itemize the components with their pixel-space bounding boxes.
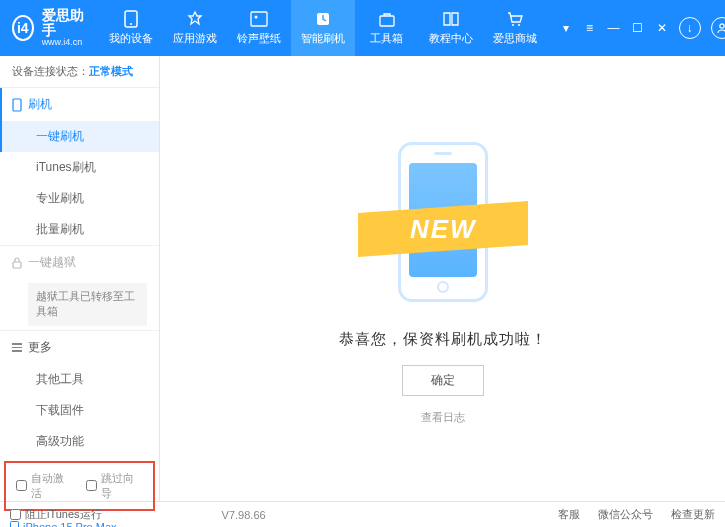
image-icon <box>249 10 269 28</box>
download-button[interactable]: ↓ <box>679 17 701 39</box>
sidebar-jailbreak-note: 越狱工具已转移至工具箱 <box>28 283 147 326</box>
checkbox-skip-guide[interactable]: 跳过向导 <box>86 471 144 501</box>
svg-rect-2 <box>251 12 267 26</box>
options-box: 自动激活 跳过向导 <box>4 461 155 511</box>
ribbon-text: NEW <box>409 214 476 245</box>
user-button[interactable] <box>711 17 725 39</box>
flash-icon <box>313 10 333 28</box>
footer-update[interactable]: 检查更新 <box>671 507 715 522</box>
svg-rect-5 <box>380 16 394 26</box>
book-icon <box>441 10 461 28</box>
sidebar-more-head[interactable]: 更多 <box>0 331 159 364</box>
nav-apps[interactable]: 应用游戏 <box>163 0 227 56</box>
app-logo: i4 爱思助手 www.i4.cn <box>0 8 99 49</box>
minimize-icon[interactable]: — <box>607 21 621 35</box>
nav-store[interactable]: 爱思商城 <box>483 0 547 56</box>
svg-point-6 <box>512 24 514 26</box>
block-itunes-checkbox[interactable]: 阻止iTunes运行 <box>10 507 102 522</box>
nav-label: 应用游戏 <box>173 31 217 46</box>
success-illustration: NEW <box>368 132 518 312</box>
sidebar-flash-head[interactable]: 刷机 <box>0 88 159 121</box>
menu-icon[interactable]: ▾ <box>559 21 573 35</box>
version-text: V7.98.66 <box>222 509 266 521</box>
sidebar-item-itunes[interactable]: iTunes刷机 <box>0 152 159 183</box>
svg-rect-9 <box>13 99 21 111</box>
footer-wechat[interactable]: 微信公众号 <box>598 507 653 522</box>
sidebar-item-batch[interactable]: 批量刷机 <box>0 214 159 245</box>
nav-label: 工具箱 <box>370 31 403 46</box>
sidebar-item-othertools[interactable]: 其他工具 <box>0 364 159 395</box>
app-url: www.i4.cn <box>42 38 87 48</box>
sidebar-jailbreak-head[interactable]: 一键越狱 <box>0 246 159 279</box>
nav-label: 我的设备 <box>109 31 153 46</box>
nav-label: 教程中心 <box>429 31 473 46</box>
nav-label: 铃声壁纸 <box>237 31 281 46</box>
sidebar-item-advanced[interactable]: 高级功能 <box>0 426 159 457</box>
lock-icon <box>12 257 22 269</box>
phone-icon <box>121 10 141 28</box>
maximize-icon[interactable]: ☐ <box>631 21 645 35</box>
nav-tutorials[interactable]: 教程中心 <box>419 0 483 56</box>
svg-rect-11 <box>11 521 19 527</box>
svg-point-8 <box>719 24 723 28</box>
cart-icon <box>505 10 525 28</box>
toolbox-icon <box>377 10 397 28</box>
more-icon <box>12 343 22 352</box>
success-message: 恭喜您，保资料刷机成功啦！ <box>339 330 547 349</box>
svg-point-7 <box>518 24 520 26</box>
device-name-text: iPhone 15 Pro Max <box>23 521 117 527</box>
svg-point-1 <box>130 23 132 25</box>
settings-icon[interactable]: ≡ <box>583 21 597 35</box>
svg-rect-10 <box>13 262 21 268</box>
ok-button[interactable]: 确定 <box>402 365 484 396</box>
apps-icon <box>185 10 205 28</box>
close-icon[interactable]: ✕ <box>655 21 669 35</box>
nav-my-device[interactable]: 我的设备 <box>99 0 163 56</box>
logo-icon: i4 <box>12 15 34 41</box>
view-log-link[interactable]: 查看日志 <box>421 410 465 425</box>
app-title: 爱思助手 <box>42 8 87 39</box>
nav-toolbox[interactable]: 工具箱 <box>355 0 419 56</box>
nav-flash[interactable]: 智能刷机 <box>291 0 355 56</box>
nav-label: 爱思商城 <box>493 31 537 46</box>
checkbox-auto-activate[interactable]: 自动激活 <box>16 471 74 501</box>
connection-status: 设备连接状态：正常模式 <box>0 56 159 88</box>
phone-small-icon <box>12 98 22 112</box>
svg-point-3 <box>254 16 257 19</box>
nav-label: 智能刷机 <box>301 31 345 46</box>
nav-ringtones[interactable]: 铃声壁纸 <box>227 0 291 56</box>
sidebar-item-onekey[interactable]: 一键刷机 <box>0 121 159 152</box>
footer-support[interactable]: 客服 <box>558 507 580 522</box>
sidebar-item-firmware[interactable]: 下载固件 <box>0 395 159 426</box>
sidebar-item-pro[interactable]: 专业刷机 <box>0 183 159 214</box>
